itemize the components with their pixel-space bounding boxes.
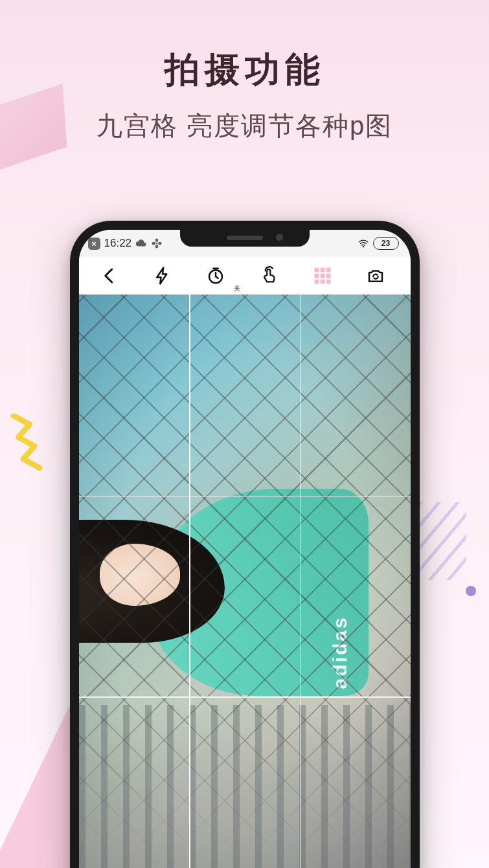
back-button[interactable] <box>83 257 136 295</box>
svg-point-1 <box>362 246 363 247</box>
svg-rect-11 <box>326 280 331 284</box>
svg-rect-10 <box>321 280 325 284</box>
svg-rect-5 <box>326 268 331 273</box>
svg-point-0 <box>156 243 158 245</box>
chevron-left-icon <box>100 266 119 285</box>
svg-rect-6 <box>314 274 319 278</box>
flash-icon <box>153 266 172 285</box>
status-left: × 16:22 <box>88 237 163 250</box>
timer-button[interactable]: 关 <box>189 257 242 295</box>
promo-subtitle: 九宫格 亮度调节各种p图 <box>0 108 489 144</box>
timer-icon <box>206 266 225 285</box>
svg-rect-4 <box>321 268 325 273</box>
timer-tag: 关 <box>233 285 241 292</box>
phone-notch <box>180 230 310 247</box>
wifi-icon <box>358 238 369 249</box>
svg-rect-9 <box>314 280 319 284</box>
switch-camera-icon <box>366 266 385 285</box>
phone-body: × 16:22 23 <box>70 221 420 868</box>
touch-shutter-button[interactable] <box>242 257 295 295</box>
status-right: 23 <box>358 237 399 250</box>
phone-screen: × 16:22 23 <box>79 230 411 868</box>
camera-toolbar: 关 <box>79 257 411 295</box>
scene-fence <box>79 295 411 868</box>
close-badge-icon: × <box>88 238 100 250</box>
camera-viewfinder[interactable]: adidas <box>79 295 411 868</box>
battery-text: 23 <box>381 239 390 248</box>
decor-dot-purple <box>466 586 476 596</box>
svg-rect-3 <box>314 268 319 273</box>
phone-mockup: × 16:22 23 <box>70 221 420 868</box>
touch-icon <box>260 266 279 285</box>
cloud-icon <box>135 238 147 249</box>
grid-icon <box>313 266 332 285</box>
fan-icon <box>151 238 163 249</box>
flash-button[interactable] <box>136 257 189 295</box>
svg-rect-8 <box>326 274 331 278</box>
svg-rect-7 <box>321 274 325 278</box>
promo-headings: 拍摄功能 九宫格 亮度调节各种p图 <box>0 0 489 144</box>
promo-title: 拍摄功能 <box>0 47 489 94</box>
switch-camera-button[interactable] <box>349 257 402 295</box>
grid-toggle-button[interactable] <box>296 257 349 295</box>
status-time: 16:22 <box>104 237 132 250</box>
decor-zigzag <box>7 408 62 482</box>
battery-indicator: 23 <box>373 237 399 250</box>
